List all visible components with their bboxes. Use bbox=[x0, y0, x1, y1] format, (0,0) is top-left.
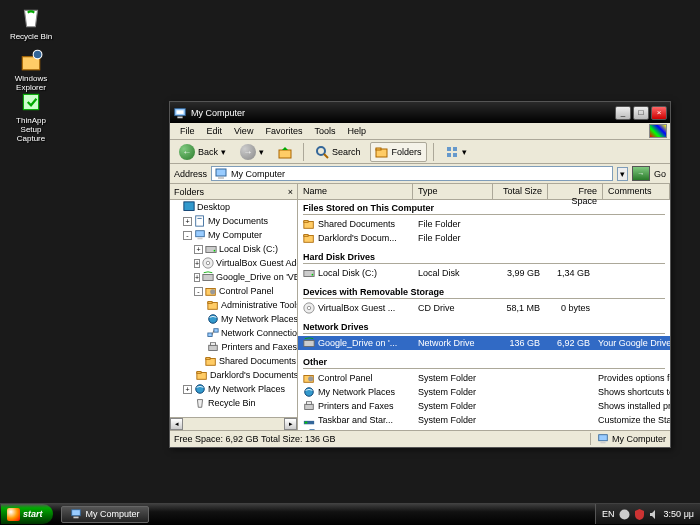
taskbar-item-mycomputer[interactable]: My Computer bbox=[61, 506, 149, 523]
titlebar[interactable]: My Computer _ □ × bbox=[170, 102, 670, 123]
menu-tools[interactable]: Tools bbox=[308, 124, 341, 138]
go-button[interactable]: → bbox=[632, 166, 650, 181]
clock[interactable]: 3:50 μμ bbox=[664, 509, 694, 519]
close-pane-icon[interactable]: × bbox=[288, 187, 293, 197]
cell-type: Local Disk bbox=[418, 268, 498, 278]
tree-node-label: My Network Places bbox=[221, 314, 297, 324]
maximize-button[interactable]: □ bbox=[633, 106, 649, 120]
menu-help[interactable]: Help bbox=[341, 124, 372, 138]
tree-node[interactable]: +Google_Drive on 'VBoxSvr' (Z bbox=[170, 270, 297, 284]
tree-node-label: Local Disk (C:) bbox=[219, 244, 278, 254]
col-free[interactable]: Free Space bbox=[548, 184, 603, 199]
tray-icon[interactable] bbox=[619, 509, 630, 520]
cell-name: VirtualBox Guest ... bbox=[318, 303, 418, 313]
address-label: Address bbox=[174, 169, 207, 179]
tree-node-label: My Network Places bbox=[208, 384, 285, 394]
tree-node[interactable]: Darklord's Documents bbox=[170, 368, 297, 382]
desktop-icon[interactable]: Windows Explorer bbox=[6, 48, 56, 92]
cell-free: 6,92 GB bbox=[548, 338, 598, 348]
tree-node[interactable]: Network Connections bbox=[170, 326, 297, 340]
tree-node[interactable]: Administrative Tools bbox=[170, 298, 297, 312]
cell-type: System Folder bbox=[418, 415, 498, 425]
window-title: My Computer bbox=[191, 108, 245, 118]
list-row[interactable]: Darklord's Docum...File Folder bbox=[298, 231, 670, 245]
my-computer-icon bbox=[70, 508, 82, 520]
col-total[interactable]: Total Size bbox=[493, 184, 548, 199]
group-header: Hard Disk Drives bbox=[298, 249, 670, 263]
views-button[interactable]: ▾ bbox=[440, 142, 472, 162]
svg-rect-55 bbox=[306, 402, 311, 405]
col-type[interactable]: Type bbox=[413, 184, 493, 199]
col-comments[interactable]: Comments bbox=[603, 184, 670, 199]
menu-edit[interactable]: Edit bbox=[201, 124, 229, 138]
tree-node[interactable]: +VirtualBox Guest Additions ( bbox=[170, 256, 297, 270]
list-row[interactable]: Google_Drive on '...Network Drive136 GB6… bbox=[298, 336, 670, 350]
group-header: Devices with Removable Storage bbox=[298, 284, 670, 298]
cell-name: Control Panel bbox=[318, 373, 418, 383]
views-icon bbox=[445, 145, 459, 159]
start-button[interactable]: start bbox=[1, 504, 53, 524]
up-button[interactable] bbox=[273, 142, 297, 162]
tree-node[interactable]: +Local Disk (C:) bbox=[170, 242, 297, 256]
explorer-window: My Computer _ □ × File Edit View Favorit… bbox=[169, 101, 671, 448]
tree-node[interactable]: Desktop bbox=[170, 200, 297, 214]
desktop-icon[interactable]: ThinApp Setup Capture bbox=[6, 90, 56, 143]
minimize-button[interactable]: _ bbox=[615, 106, 631, 120]
svg-rect-2 bbox=[23, 94, 38, 109]
cell-free: 1,34 GB bbox=[548, 268, 598, 278]
tree-node[interactable]: Printers and Faxes bbox=[170, 340, 297, 354]
language-indicator[interactable]: EN bbox=[602, 509, 615, 519]
menu-file[interactable]: File bbox=[174, 124, 201, 138]
list-row[interactable]: Shared DocumentsFile Folder bbox=[298, 217, 670, 231]
svg-point-1 bbox=[33, 50, 42, 59]
back-button[interactable]: ← Back ▾ bbox=[174, 141, 231, 163]
folders-button[interactable]: Folders bbox=[370, 142, 427, 162]
svg-rect-32 bbox=[208, 333, 212, 336]
search-button[interactable]: Search bbox=[310, 142, 366, 162]
svg-rect-17 bbox=[184, 202, 194, 211]
dropdown-icon[interactable]: ▾ bbox=[617, 167, 628, 181]
tray-shield-icon[interactable] bbox=[634, 509, 645, 520]
list-row[interactable]: VirtualBox Guest ...CD Drive58,1 MB0 byt… bbox=[298, 301, 670, 315]
cell-comment: Customize the Start... bbox=[598, 415, 670, 425]
svg-point-49 bbox=[307, 306, 310, 309]
col-name[interactable]: Name bbox=[298, 184, 413, 199]
list-row[interactable]: My Network PlacesSystem FolderShows shor… bbox=[298, 385, 670, 399]
tree-node[interactable]: My Network Places bbox=[170, 312, 297, 326]
tree-node[interactable]: Shared Documents bbox=[170, 354, 297, 368]
group-header: Network Drives bbox=[298, 319, 670, 333]
tree-node[interactable]: +My Documents bbox=[170, 214, 297, 228]
cell-size: 3,99 GB bbox=[498, 268, 548, 278]
desktop-icon[interactable]: Recycle Bin bbox=[6, 6, 56, 41]
cell-name: Darklord's Docum... bbox=[318, 233, 418, 243]
list-row[interactable]: Local Disk (C:)Local Disk3,99 GB1,34 GB bbox=[298, 266, 670, 280]
menu-view[interactable]: View bbox=[228, 124, 259, 138]
tray-volume-icon[interactable] bbox=[649, 509, 660, 520]
forward-arrow-icon: → bbox=[240, 144, 256, 160]
svg-rect-54 bbox=[305, 404, 314, 409]
menu-favorites[interactable]: Favorites bbox=[259, 124, 308, 138]
cell-size: 58,1 MB bbox=[498, 303, 548, 313]
svg-rect-13 bbox=[447, 153, 451, 157]
cell-type: System Folder bbox=[418, 401, 498, 411]
list-row[interactable]: Printers and FaxesSystem FolderShows ins… bbox=[298, 399, 670, 413]
tree-node-label: Network Connections bbox=[221, 328, 297, 338]
cell-type: System Folder bbox=[418, 373, 498, 383]
address-input[interactable]: My Computer bbox=[211, 166, 613, 181]
svg-rect-57 bbox=[305, 422, 308, 424]
search-icon bbox=[315, 145, 329, 159]
tree-node[interactable]: Recycle Bin bbox=[170, 396, 297, 410]
desktop-item-icon bbox=[19, 48, 43, 72]
forward-button[interactable]: → ▾ bbox=[235, 141, 269, 163]
desktop-icon-label: Recycle Bin bbox=[6, 32, 56, 41]
go-label: Go bbox=[654, 169, 666, 179]
cell-name: Google_Drive on '... bbox=[318, 338, 418, 348]
list-row[interactable]: Taskbar and Star...System FolderCustomiz… bbox=[298, 413, 670, 427]
tree-node[interactable]: -My Computer bbox=[170, 228, 297, 242]
close-button[interactable]: × bbox=[651, 106, 667, 120]
horizontal-scrollbar[interactable]: ◂▸ bbox=[170, 417, 297, 430]
status-bar: Free Space: 6,92 GB Total Size: 136 GB M… bbox=[170, 430, 670, 447]
tree-node[interactable]: -Control Panel bbox=[170, 284, 297, 298]
list-row[interactable]: Control PanelSystem FolderProvides optio… bbox=[298, 371, 670, 385]
tree-node[interactable]: +My Network Places bbox=[170, 382, 297, 396]
